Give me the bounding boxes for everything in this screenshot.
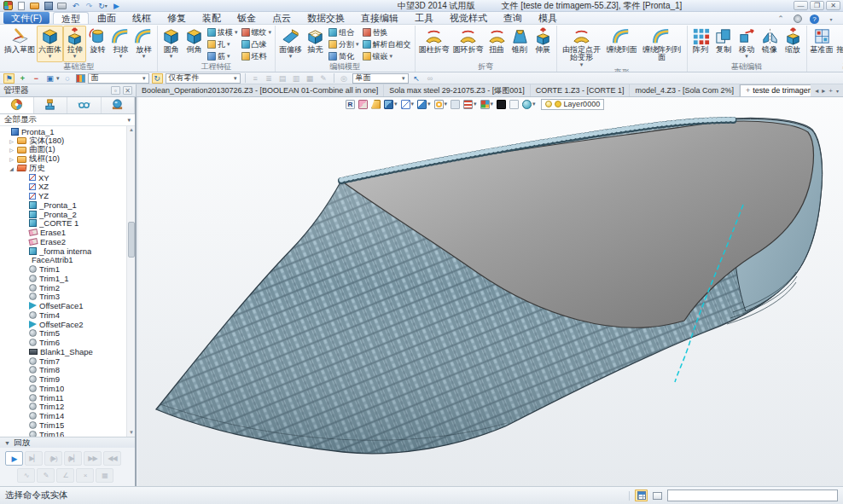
tree-item[interactable]: Trim1 bbox=[0, 264, 126, 274]
restore-button[interactable]: ❐ bbox=[810, 1, 824, 10]
untangle-button[interactable]: 解析自相交 bbox=[361, 38, 413, 50]
scope-filter-combo[interactable]: 仅有零件▾ bbox=[166, 73, 241, 84]
frame-color-icon[interactable] bbox=[509, 100, 519, 109]
tree-item[interactable]: _forma interna bbox=[0, 246, 126, 256]
menu-item-7[interactable]: 点云 bbox=[265, 12, 299, 24]
tree-item[interactable]: Trim4 bbox=[0, 310, 126, 320]
tree-item[interactable]: Trim1_1 bbox=[0, 274, 126, 283]
tree-item[interactable]: Trim9 bbox=[0, 374, 126, 384]
tree-item[interactable]: Trim11 bbox=[0, 393, 126, 403]
wireframe-mode-icon[interactable] bbox=[401, 100, 410, 109]
minimize-ribbon-icon[interactable]: ⌃ bbox=[776, 14, 786, 24]
save-icon[interactable] bbox=[43, 1, 54, 10]
tree-item[interactable]: Trim14 bbox=[0, 411, 126, 420]
doc-tab[interactable]: Boolean_Operation20130726.Z3 - [BOOLEAN … bbox=[137, 84, 384, 96]
doc-tab[interactable]: model_4.Z3 - [Sola Com 2%] bbox=[630, 84, 740, 96]
history-tab-tab[interactable] bbox=[0, 97, 34, 113]
shoe-body[interactable] bbox=[156, 119, 823, 454]
paste-face-icon[interactable]: ▤ bbox=[277, 73, 288, 84]
combine-button[interactable]: 组合 bbox=[327, 26, 361, 38]
tree-item[interactable]: _CORTE 1 bbox=[0, 219, 126, 229]
drag-datum-button[interactable]: 拖拽基准面 bbox=[835, 26, 843, 62]
tab-scroll-left-icon[interactable]: ◂ bbox=[815, 87, 818, 95]
shell-button[interactable]: 抽壳 bbox=[304, 26, 327, 62]
tree-item[interactable]: _Pronta_2 bbox=[0, 210, 126, 219]
align-row-icon[interactable]: ≣ bbox=[264, 73, 275, 84]
help-caret-icon[interactable]: ▾ bbox=[826, 14, 836, 24]
print-icon[interactable] bbox=[56, 1, 67, 10]
divide-button[interactable]: 分割▾ bbox=[327, 38, 361, 50]
point-deform-button[interactable]: 由指定点开始变形▾ bbox=[559, 26, 605, 68]
tree-item[interactable]: Erase2 bbox=[0, 237, 126, 246]
scrollbar-thumb[interactable] bbox=[128, 222, 135, 258]
sketch-button[interactable]: 插入草图 bbox=[3, 26, 37, 62]
view-restore-icon[interactable]: R bbox=[346, 100, 355, 109]
add-pick-icon[interactable]: + bbox=[17, 73, 28, 84]
datum-plane-button[interactable]: 基准面 bbox=[809, 26, 835, 62]
tiles-display-icon[interactable] bbox=[480, 100, 490, 109]
tree-folder[interactable]: ▷曲面(1) bbox=[0, 146, 126, 155]
scale-button[interactable]: 缩放 bbox=[782, 26, 805, 62]
tree-item[interactable]: Blank1_Shape bbox=[0, 347, 126, 356]
window-pick-icon[interactable]: ▣ bbox=[44, 73, 55, 84]
menu-item-6[interactable]: 钣金 bbox=[230, 12, 264, 24]
tree-item[interactable]: Trim6 bbox=[0, 338, 126, 347]
tree-item[interactable]: OffsetFace1 bbox=[0, 301, 126, 310]
tree-caret-icon[interactable]: ▷ bbox=[9, 138, 15, 144]
offset-face-button[interactable]: 面偏移▾ bbox=[277, 26, 304, 62]
tree-caret-icon[interactable]: ◢ bbox=[9, 165, 15, 171]
new-tab-icon[interactable]: + bbox=[828, 87, 833, 95]
mirror-button[interactable]: 镜像 bbox=[759, 26, 782, 62]
play-to-button[interactable]: (▶▏ bbox=[64, 451, 82, 466]
simplify-button[interactable]: 简化 bbox=[327, 50, 361, 62]
new-file-icon[interactable] bbox=[15, 1, 26, 10]
tree-item[interactable]: Trim10 bbox=[0, 384, 126, 393]
shoe-3d-model[interactable] bbox=[138, 97, 843, 486]
box-button[interactable]: 六面体▾ bbox=[37, 26, 63, 62]
target-pick-icon[interactable]: ◎ bbox=[339, 73, 350, 84]
cylinder-bend-button[interactable]: 圆柱折弯 bbox=[417, 26, 451, 62]
scroll-up-icon[interactable]: ▲ bbox=[127, 126, 135, 134]
pick-arrow-icon[interactable]: ↖ bbox=[411, 73, 422, 84]
tree-item[interactable]: Trim15 bbox=[0, 420, 126, 430]
pick-filter-icon[interactable]: ⚑ bbox=[3, 73, 15, 84]
image-tool-button[interactable]: ▦ bbox=[96, 468, 113, 483]
section-view-icon[interactable] bbox=[417, 100, 427, 109]
tree-folder-history[interactable]: ◢历史 bbox=[0, 164, 126, 173]
panel-pin-icon[interactable]: ▫ bbox=[111, 86, 120, 95]
delete-tool-button[interactable]: × bbox=[76, 468, 94, 483]
stock-button[interactable]: 坯料 bbox=[240, 50, 274, 62]
tree-item[interactable]: Erase1 bbox=[0, 228, 126, 237]
chamfer-button[interactable]: 倒角 bbox=[183, 26, 206, 62]
menu-item-11[interactable]: 视觉样式 bbox=[442, 12, 495, 24]
tree-item[interactable]: XZ bbox=[0, 182, 126, 192]
note-icon[interactable] bbox=[651, 490, 664, 501]
entity-filter-combo[interactable]: 面▾ bbox=[88, 73, 149, 84]
tree-item[interactable]: Trim8 bbox=[0, 366, 126, 375]
brush-icon[interactable]: ✎ bbox=[318, 73, 329, 84]
menu-item-8[interactable]: 数据交换 bbox=[299, 12, 352, 24]
menu-item-9[interactable]: 直接编辑 bbox=[353, 12, 406, 24]
erase-view-icon[interactable] bbox=[358, 100, 368, 109]
fillet-button[interactable]: 圆角▾ bbox=[160, 26, 183, 62]
auto-regen-icon[interactable]: ↻ bbox=[152, 73, 163, 84]
shaded-mode-icon[interactable] bbox=[384, 100, 393, 109]
menu-item-3[interactable]: 线框 bbox=[125, 12, 159, 24]
tree-item[interactable]: OffsetFace2 bbox=[0, 320, 126, 329]
lasso-pick-icon[interactable]: ◌ bbox=[62, 73, 73, 84]
hatch-display-icon[interactable] bbox=[463, 100, 473, 109]
face-mode-combo[interactable]: 单面▾ bbox=[352, 73, 409, 84]
scroll-down-icon[interactable]: ▼ bbox=[127, 429, 135, 437]
help-icon[interactable]: ? bbox=[810, 14, 819, 24]
pattern-button[interactable]: 阵列 bbox=[689, 26, 712, 62]
command-input[interactable] bbox=[667, 490, 838, 501]
assembly-tab-tab[interactable] bbox=[34, 97, 68, 113]
align-stack-icon[interactable]: ≡ bbox=[250, 73, 261, 84]
tree-item[interactable]: Trim5 bbox=[0, 329, 126, 339]
step-forward-button[interactable]: ▶▏ bbox=[25, 451, 43, 466]
tree-item[interactable]: Trim12 bbox=[0, 403, 126, 412]
tree-item[interactable]: Trim2 bbox=[0, 283, 126, 293]
render-tab-tab[interactable] bbox=[102, 97, 136, 113]
sketch-tool-button[interactable]: ✎ bbox=[37, 468, 55, 483]
tree-item[interactable]: YZ bbox=[0, 191, 126, 200]
